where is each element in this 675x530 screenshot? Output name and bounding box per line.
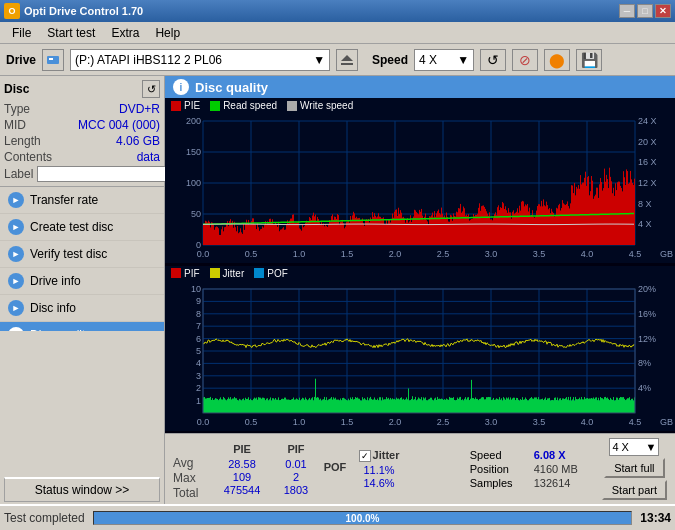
total-pif: 1803: [284, 484, 308, 496]
samples-value: 132614: [534, 477, 571, 489]
drive-bar: Drive (P:) ATAPI iHBS112 2 PL06 ▼ Speed …: [0, 44, 675, 76]
drive-select-value: (P:) ATAPI iHBS112 2 PL06: [75, 53, 222, 67]
samples-label: Samples: [470, 477, 530, 489]
disc-panel: Disc ↺ Type DVD+R MID MCC 004 (000) Leng…: [0, 76, 164, 187]
progress-track: 100.0%: [93, 511, 633, 525]
speed-label-stats: Speed: [470, 449, 530, 461]
sidebar-item-verify-test-disc[interactable]: ► Verify test disc: [0, 241, 164, 268]
disc-label-label: Label: [4, 167, 33, 181]
top-chart: [165, 113, 675, 263]
sidebar: Disc ↺ Type DVD+R MID MCC 004 (000) Leng…: [0, 76, 165, 504]
disc-type-value: DVD+R: [119, 102, 160, 116]
speed-select-stats[interactable]: 4 X ▼: [609, 438, 659, 456]
disc-contents-value: data: [137, 150, 160, 164]
position-label: Position: [470, 463, 530, 475]
app-icon: O: [4, 3, 20, 19]
close-button[interactable]: ✕: [655, 4, 671, 18]
minimize-button[interactable]: ─: [619, 4, 635, 18]
jitter-col-header: Jitter: [373, 449, 400, 461]
bottom-chart: [165, 281, 675, 431]
disc-contents-label: Contents: [4, 150, 52, 164]
drive-icon: [42, 49, 64, 71]
menu-bar: File Start test Extra Help: [0, 22, 675, 44]
sidebar-item-disc-info[interactable]: ► Disc info: [0, 295, 164, 322]
progress-fill: 100.0%: [94, 512, 632, 524]
legend-write-speed: Write speed: [287, 100, 353, 111]
disc-length-label: Length: [4, 134, 41, 148]
menu-help[interactable]: Help: [147, 24, 188, 42]
menu-start-test[interactable]: Start test: [39, 24, 103, 42]
disc-type-label: Type: [4, 102, 30, 116]
burn-button[interactable]: ⬤: [544, 49, 570, 71]
status-window-button[interactable]: Status window >>: [4, 477, 160, 502]
menu-extra[interactable]: Extra: [103, 24, 147, 42]
legend-pif: PIF: [171, 268, 200, 279]
total-label: Total: [173, 486, 208, 500]
sidebar-item-drive-info[interactable]: ► Drive info: [0, 268, 164, 295]
sidebar-item-create-test-disc[interactable]: ► Create test disc: [0, 214, 164, 241]
main-content: Disc ↺ Type DVD+R MID MCC 004 (000) Leng…: [0, 76, 675, 504]
sidebar-label-transfer-rate: Transfer rate: [30, 193, 98, 207]
max-pie: 109: [233, 471, 251, 483]
legend-jitter: Jitter: [210, 268, 245, 279]
sidebar-label-disc-info: Disc info: [30, 301, 76, 315]
disc-quality-title: Disc quality: [195, 80, 268, 95]
disc-mid-label: MID: [4, 118, 26, 132]
menu-file[interactable]: File: [4, 24, 39, 42]
avg-pif: 0.01: [285, 458, 306, 470]
drive-select[interactable]: (P:) ATAPI iHBS112 2 PL06 ▼: [70, 49, 330, 71]
svg-rect-1: [49, 58, 53, 60]
maximize-button[interactable]: □: [637, 4, 653, 18]
eject-button[interactable]: [336, 49, 358, 71]
app-title: Opti Drive Control 1.70: [24, 5, 143, 17]
disc-panel-title: Disc: [4, 82, 29, 96]
max-label: Max: [173, 471, 208, 485]
position-value: 4160 MB: [534, 463, 578, 475]
disc-mid-value: MCC 004 (000): [78, 118, 160, 132]
sidebar-label-verify-test-disc: Verify test disc: [30, 247, 107, 261]
drive-label: Drive: [6, 53, 36, 67]
avg-jitter: 11.1%: [363, 464, 394, 476]
verify-test-disc-icon: ►: [8, 246, 24, 262]
sidebar-item-transfer-rate[interactable]: ► Transfer rate: [0, 187, 164, 214]
max-pif: 2: [293, 471, 299, 483]
disc-length-value: 4.06 GB: [116, 134, 160, 148]
status-bar: Test completed 100.0% 13:34: [0, 504, 675, 530]
sidebar-item-disc-quality[interactable]: ► Disc quality: [0, 322, 164, 331]
pie-col-header: PIE: [233, 443, 251, 455]
disc-info-icon: ►: [8, 300, 24, 316]
start-full-button[interactable]: Start full: [604, 458, 664, 478]
erase-button[interactable]: ⊘: [512, 49, 538, 71]
sidebar-label-drive-info: Drive info: [30, 274, 81, 288]
legend-read-speed: Read speed: [210, 100, 277, 111]
speed-value-stats: 6.08 X: [534, 449, 566, 461]
pif-col-header: PIF: [287, 443, 304, 455]
progress-label: 100.0%: [346, 513, 380, 524]
legend-pie: PIE: [171, 100, 200, 111]
drive-info-icon: ►: [8, 273, 24, 289]
avg-pie: 28.58: [228, 458, 256, 470]
legend-pof: POF: [254, 268, 288, 279]
create-test-disc-icon: ►: [8, 219, 24, 235]
speed-select-value: 4 X: [419, 53, 437, 67]
disc-quality-header-icon: i: [173, 79, 189, 95]
charts-area: PIE Read speed Write speed PIF Jitter PO…: [165, 98, 675, 433]
status-time: 13:34: [640, 511, 671, 525]
sidebar-label-create-test-disc: Create test disc: [30, 220, 113, 234]
start-part-button[interactable]: Start part: [602, 480, 667, 500]
jitter-checkbox[interactable]: ✓: [359, 450, 371, 462]
save-button[interactable]: 💾: [576, 49, 602, 71]
status-text: Test completed: [4, 511, 85, 525]
transfer-rate-icon: ►: [8, 192, 24, 208]
svg-rect-3: [341, 63, 353, 65]
content-panel: i Disc quality PIE Read speed Write spee…: [165, 76, 675, 504]
stats-bar: Avg Max Total PIE 28.58 109 475544 PIF 0…: [165, 433, 675, 504]
disc-quality-header: i Disc quality: [165, 76, 675, 98]
disc-refresh-button[interactable]: ↺: [142, 80, 160, 98]
speed-select[interactable]: 4 X ▼: [414, 49, 474, 71]
speed-label: Speed: [372, 53, 408, 67]
total-pie: 475544: [224, 484, 261, 496]
pof-col-header: POF: [324, 461, 347, 473]
refresh-speed-button[interactable]: ↺: [480, 49, 506, 71]
avg-label: Avg: [173, 456, 208, 470]
